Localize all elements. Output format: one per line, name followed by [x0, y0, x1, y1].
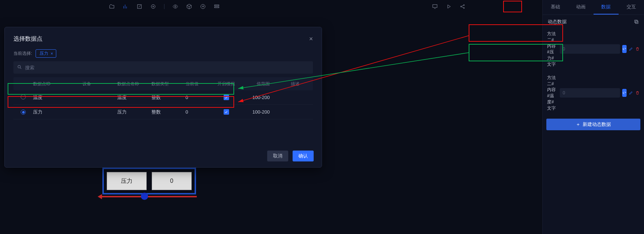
section-title: 动态数据: [548, 19, 567, 25]
cell-id: 压力: [33, 109, 82, 115]
confirm-button[interactable]: 确认: [293, 151, 314, 161]
dynamic-data-rows: 方法二#内容#压力#文字 方法二#内容#温度#文字: [543, 29, 644, 116]
modal-footer: 取消 确认: [267, 151, 314, 161]
axis-origin-handle[interactable]: [141, 193, 148, 200]
cell-value: 0: [186, 95, 212, 100]
col-id: 数据点ID: [33, 81, 82, 87]
table-row[interactable]: 压力 压力 整数 0 100-200: [13, 105, 313, 119]
tag-remove-icon[interactable]: ×: [50, 51, 53, 56]
top-toolbar-left: [109, 4, 220, 9]
tab-basic[interactable]: 基础: [543, 0, 568, 15]
copy-icon[interactable]: [634, 19, 639, 24]
cell-range: 100-200: [241, 95, 277, 100]
divider: [164, 4, 164, 9]
svg-point-9: [464, 5, 465, 6]
table-row[interactable]: 温度 温度 整数 0 100-200: [13, 90, 313, 105]
svg-rect-11: [636, 21, 638, 24]
svg-point-13: [18, 65, 20, 68]
current-selection: 当前选择: 压力 ×: [13, 49, 313, 58]
delete-icon[interactable]: [635, 89, 640, 97]
svg-rect-14: [504, 1, 522, 12]
cell-range: 100-200: [241, 109, 277, 115]
select-datapoint-modal: 选择数据点 × 当前选择: 压力 × 数据点ID 设备 数据点名称 数据类型 当…: [4, 27, 322, 168]
search-input[interactable]: [13, 61, 313, 74]
layout-icon[interactable]: [214, 4, 220, 9]
svg-rect-12: [635, 20, 637, 22]
row-value-input[interactable]: [560, 44, 620, 54]
cell-name: 温度: [117, 94, 151, 101]
current-selection-label: 当前选择:: [13, 50, 32, 57]
row-value-input[interactable]: [560, 88, 620, 98]
svg-point-4: [201, 4, 205, 9]
svg-point-10: [464, 8, 465, 9]
dynamic-data-row: 方法二#内容#压力#文字: [546, 29, 640, 70]
add-dynamic-data-button[interactable]: ＋ 新建动态数据: [546, 119, 640, 130]
col-type: 数据类型: [151, 81, 186, 87]
tab-animation[interactable]: 动画: [568, 0, 594, 15]
canvas-card-pressure[interactable]: 压力: [107, 172, 147, 190]
svg-rect-5: [215, 5, 219, 6]
row-label: 方法二#内容#压力#文字: [547, 31, 558, 67]
col-range: 值范围: [241, 81, 277, 87]
close-icon[interactable]: ×: [309, 35, 313, 43]
cell-value: 0: [186, 109, 212, 115]
share-icon[interactable]: [460, 4, 465, 9]
cell-name: 压力: [117, 109, 151, 115]
selection-tag: 压力 ×: [36, 49, 56, 58]
row-radio[interactable]: [21, 94, 26, 99]
svg-rect-7: [433, 5, 437, 8]
target-icon[interactable]: [150, 4, 156, 9]
col-desc: 描述: [277, 81, 313, 87]
tag-text: 压力: [40, 50, 48, 57]
section-head-dynamic-data: 动态数据: [543, 15, 644, 29]
link-icon[interactable]: [622, 45, 627, 53]
row-radio[interactable]: [21, 110, 26, 115]
col-sim: 开启模拟: [212, 81, 241, 87]
delete-icon[interactable]: [635, 45, 640, 53]
camera-icon[interactable]: [109, 4, 115, 9]
svg-point-2: [153, 6, 154, 7]
search-icon: [17, 65, 22, 70]
cell-type: 整数: [151, 94, 186, 101]
plus-icon: ＋: [576, 121, 580, 128]
dynamic-data-row: 方法二#内容#温度#文字: [546, 73, 640, 114]
tab-data[interactable]: 数据: [594, 0, 619, 15]
table-header: 数据点ID 设备 数据点名称 数据类型 当前值 开启模拟 值范围 描述: [13, 77, 313, 90]
cube-icon[interactable]: [186, 4, 192, 9]
cancel-button[interactable]: 取消: [267, 151, 288, 161]
right-panel-tabs: 基础 动画 数据 交互: [543, 0, 644, 15]
svg-rect-6: [215, 7, 219, 8]
svg-point-3: [175, 6, 176, 7]
monitor-icon[interactable]: [432, 4, 438, 9]
col-device: 设备: [82, 81, 117, 87]
row-label: 方法二#内容#温度#文字: [547, 75, 558, 111]
right-panel: 基础 动画 数据 交互 动态数据 方法二#内容#压力#文字 方法二#内容#温度#…: [542, 0, 644, 234]
svg-point-1: [151, 5, 155, 9]
play-icon[interactable]: [446, 4, 452, 9]
edit-icon[interactable]: [136, 4, 142, 9]
canvas-selected-group[interactable]: 压力 0: [102, 168, 196, 194]
add-button-label: 新建动态数据: [583, 121, 611, 128]
tab-interaction[interactable]: 交互: [619, 0, 644, 15]
chart-icon[interactable]: [123, 4, 129, 9]
top-toolbar-right: [432, 4, 465, 9]
eye-icon[interactable]: [172, 4, 178, 9]
edit-pen-icon[interactable]: [629, 45, 633, 53]
cell-id: 温度: [33, 94, 82, 101]
col-name: 数据点名称: [117, 81, 151, 87]
modal-title: 选择数据点: [13, 35, 42, 43]
edit-pen-icon[interactable]: [629, 89, 633, 97]
link-icon[interactable]: [622, 89, 627, 97]
sim-checkbox[interactable]: [224, 109, 229, 115]
cell-type: 整数: [151, 109, 186, 115]
svg-point-8: [461, 6, 462, 7]
sim-checkbox[interactable]: [224, 95, 229, 100]
search-box: [13, 61, 313, 74]
col-value: 当前值: [186, 81, 212, 87]
compass-icon[interactable]: [200, 4, 206, 9]
canvas-card-value[interactable]: 0: [152, 172, 192, 190]
